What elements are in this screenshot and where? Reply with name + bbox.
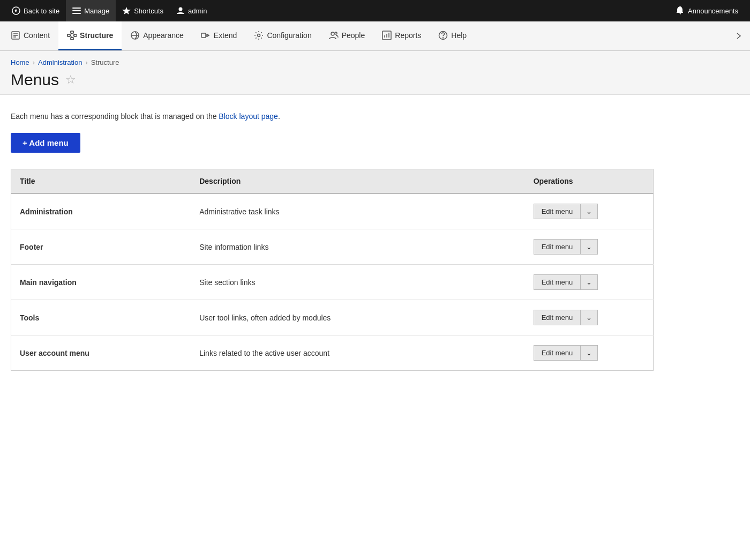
table-row: ToolsUser tool links, often added by mod… [11,300,654,335]
description-suffix: . [278,112,280,121]
favorite-star-icon[interactable]: ☆ [65,73,76,87]
edit-menu-button[interactable]: Edit menu [534,310,581,325]
announcements-label: Announcements [688,7,738,15]
shortcuts-button[interactable]: Shortcuts [116,0,170,21]
add-menu-button[interactable]: + Add menu [11,133,80,153]
row-description: Links related to the active user account [191,335,524,371]
nav-help[interactable]: Help [430,21,475,50]
secondary-nav: Content Structure Appearance [0,21,750,51]
breadcrumb: Home › Administration › Structure [11,58,739,66]
user-icon [176,6,185,15]
svg-point-21 [258,34,260,36]
edit-menu-button[interactable]: Edit menu [534,274,581,290]
manage-button[interactable]: Manage [66,0,116,21]
row-title: Tools [20,313,39,322]
row-title-cell: User account menu [11,335,191,371]
row-title-cell: Administration [11,193,191,229]
nav-content-label: Content [24,31,50,40]
nav-extend[interactable]: Extend [192,21,246,50]
structure-icon [67,31,77,40]
breadcrumb-sep-1: › [33,58,35,66]
nav-structure[interactable]: Structure [58,21,122,50]
block-layout-link[interactable]: Block layout page [219,112,278,121]
breadcrumb-sep-2: › [85,58,87,66]
edit-menu-button[interactable]: Edit menu [534,239,581,255]
announcements-button[interactable]: Announcements [670,0,745,21]
svg-rect-13 [74,34,77,36]
bell-icon [676,6,685,15]
nav-more-button[interactable] [730,21,748,50]
svg-rect-11 [71,31,73,33]
svg-point-29 [443,38,444,38]
nav-content[interactable]: Content [2,21,58,50]
row-title: Main navigation [20,278,77,287]
back-icon [12,6,20,15]
breadcrumb-current: Structure [91,58,119,66]
nav-people[interactable]: People [320,21,374,50]
row-description: User tool links, often added by modules [191,300,524,335]
edit-menu-dropdown-button[interactable]: ⌄ [580,274,598,290]
page-title: Menus [11,71,59,89]
nav-appearance[interactable]: Appearance [122,21,192,50]
edit-menu-dropdown-button[interactable]: ⌄ [580,345,598,361]
row-operations: Edit menu⌄ [525,229,654,265]
row-operations: Edit menu⌄ [525,265,654,300]
nav-help-label: Help [451,31,467,40]
row-operations: Edit menu⌄ [525,300,654,335]
edit-menu-dropdown-button[interactable]: ⌄ [580,310,598,325]
table-row: FooterSite information linksEdit menu⌄ [11,229,654,265]
svg-point-5 [179,8,183,11]
edit-menu-button[interactable]: Edit menu [534,204,581,219]
admin-user-button[interactable]: admin [170,0,213,21]
row-title: Footer [20,243,43,251]
edit-menu-dropdown-button[interactable]: ⌄ [580,204,598,219]
nav-extend-label: Extend [214,31,237,40]
back-to-site-button[interactable]: Back to site [5,0,66,21]
manage-icon [72,6,81,15]
table-row: Main navigationSite section linksEdit me… [11,265,654,300]
edit-btn-group: Edit menu⌄ [534,239,598,255]
svg-rect-3 [72,13,81,14]
table-row: AdministrationAdministrative task linksE… [11,193,654,229]
row-title: User account menu [20,349,89,357]
edit-btn-group: Edit menu⌄ [534,345,598,361]
menus-table: Title Description Operations Administrat… [11,169,654,371]
admin-label: admin [188,7,207,15]
row-title-cell: Main navigation [11,265,191,300]
admin-bar: Back to site Manage Shortcuts admin [0,0,750,21]
config-icon [254,31,264,40]
table-row: User account menuLinks related to the ac… [11,335,654,371]
shortcuts-icon [122,6,131,15]
back-to-site-label: Back to site [24,7,59,15]
row-operations: Edit menu⌄ [525,335,654,371]
nav-appearance-label: Appearance [143,31,184,40]
nav-configuration[interactable]: Configuration [245,21,320,50]
svg-rect-2 [72,10,81,11]
edit-menu-button[interactable]: Edit menu [534,345,581,361]
nav-reports-label: Reports [395,31,421,40]
help-icon [438,31,448,40]
edit-btn-group: Edit menu⌄ [534,204,598,219]
content-icon [11,31,20,40]
breadcrumb-administration[interactable]: Administration [38,58,82,66]
svg-rect-1 [72,8,81,9]
row-operations: Edit menu⌄ [525,193,654,229]
people-icon [329,31,339,40]
nav-structure-label: Structure [80,31,113,40]
svg-marker-4 [122,7,131,14]
edit-btn-group: Edit menu⌄ [534,310,598,325]
col-header-description: Description [191,169,524,194]
reports-icon [382,31,392,40]
appearance-icon [130,31,140,40]
edit-menu-dropdown-button[interactable]: ⌄ [580,239,598,255]
svg-rect-10 [68,34,70,36]
row-description: Site information links [191,229,524,265]
nav-reports[interactable]: Reports [373,21,430,50]
svg-rect-19 [201,33,206,38]
shortcuts-label: Shortcuts [134,7,163,15]
breadcrumb-home[interactable]: Home [11,58,29,66]
page-title-row: Menus ☆ [11,71,739,89]
description-prefix: Each menu has a corresponding block that… [11,112,219,121]
description-text: Each menu has a corresponding block that… [11,111,739,122]
row-title: Administration [20,207,73,216]
